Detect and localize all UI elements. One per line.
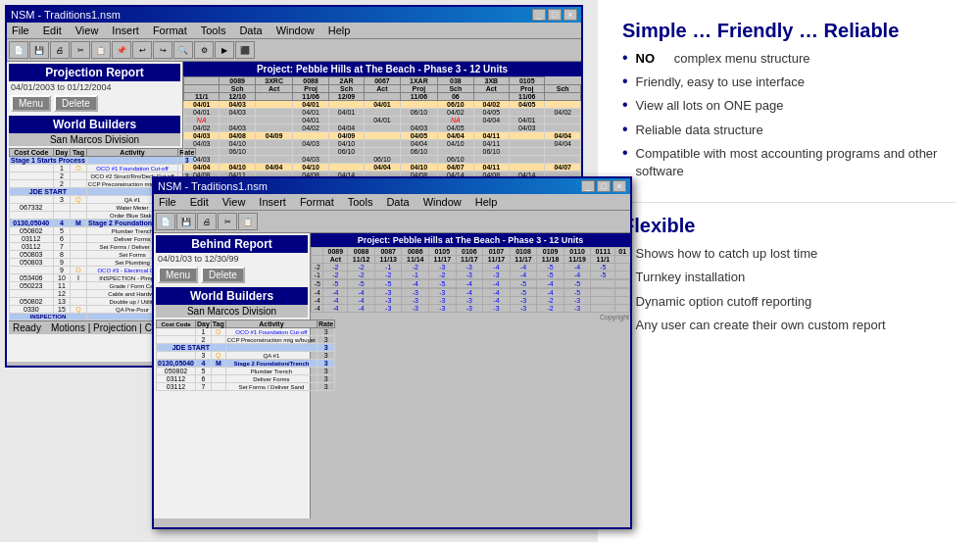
copyright-text: Copyright bbox=[311, 313, 630, 321]
menu-tools[interactable]: Tools bbox=[198, 24, 229, 37]
second-delete-button[interactable]: Delete bbox=[201, 267, 245, 283]
second-maximize-button[interactable]: □ bbox=[597, 180, 611, 192]
bullet-5: Compatible with most accounting programs… bbox=[622, 145, 956, 180]
san-marcos-division: San Marcos Division bbox=[9, 133, 180, 146]
status-tabs: Motions | Projection | Ch bbox=[51, 322, 158, 333]
info-panel: Simple … Friendly … Reliable NO complex … bbox=[598, 0, 980, 542]
bullet-2-text: Friendly, easy to use interface bbox=[636, 74, 805, 91]
second-left-table: Cost CodeDayTagActivityRate 1OOCO #1 Fou… bbox=[156, 320, 335, 391]
menu-button[interactable]: Menu bbox=[11, 95, 51, 112]
menu-bar: File Edit View Insert Format Tools Data … bbox=[7, 23, 581, 39]
second-project-title: Project: Pebble Hills at The Beach - Pha… bbox=[311, 233, 630, 247]
second-toolbar-btn-2[interactable]: 💾 bbox=[176, 213, 196, 230]
second-menu-window[interactable]: Window bbox=[420, 195, 465, 209]
second-menu-bar: File Edit View Insert Format Tools Data … bbox=[154, 194, 630, 211]
second-minimize-button[interactable]: _ bbox=[581, 180, 595, 192]
close-button[interactable]: × bbox=[564, 9, 577, 21]
flex-bullet-4-text: Any user can create their own custom rep… bbox=[636, 317, 886, 334]
second-data-table: 0089008800870086010501060107010801090110… bbox=[311, 247, 630, 313]
flex-bullet-2: Turnkey installation bbox=[622, 269, 956, 286]
second-toolbar-btn-4[interactable]: ✂ bbox=[218, 213, 237, 230]
second-window-title: NSM - Traditions1.nsm bbox=[158, 180, 268, 192]
second-left-panel: Behind Report 04/01/03 to 12/30/99 Menu … bbox=[154, 233, 311, 518]
section1-title: Simple … Friendly … Reliable bbox=[622, 20, 956, 42]
second-menu-help[interactable]: Help bbox=[472, 195, 501, 209]
second-menu-button[interactable]: Menu bbox=[158, 267, 198, 283]
delete-button[interactable]: Delete bbox=[54, 95, 98, 112]
minimize-button[interactable]: _ bbox=[532, 9, 546, 21]
bullet-3: View all lots on ONE page bbox=[622, 97, 956, 115]
toolbar-btn-2[interactable]: 💾 bbox=[29, 41, 49, 59]
second-menu-edit[interactable]: Edit bbox=[187, 195, 212, 209]
bullet-1-text: complex menu structure bbox=[674, 50, 810, 68]
menu-file[interactable]: File bbox=[9, 24, 32, 37]
toolbar-btn-9[interactable]: 🔍 bbox=[173, 41, 193, 59]
toolbar-btn-11[interactable]: ▶ bbox=[215, 41, 234, 59]
second-toolbar: 📄 💾 🖨 ✂ 📋 bbox=[154, 211, 630, 233]
menu-edit[interactable]: Edit bbox=[40, 24, 65, 37]
menu-view[interactable]: View bbox=[73, 24, 102, 37]
toolbar-btn-4[interactable]: ✂ bbox=[71, 41, 90, 59]
second-toolbar-btn-5[interactable]: 📋 bbox=[238, 213, 258, 230]
second-menu-tools[interactable]: Tools bbox=[345, 195, 376, 209]
section2-bullets: Shows how to catch up lost time Turnkey … bbox=[622, 245, 956, 334]
toolbar-btn-5[interactable]: 📋 bbox=[91, 41, 111, 59]
panel-buttons: Menu Delete bbox=[9, 93, 180, 114]
toolbar-btn-3[interactable]: 🖨 bbox=[50, 41, 70, 59]
menu-help[interactable]: Help bbox=[325, 24, 354, 37]
bullet-3-text: View all lots on ONE page bbox=[636, 97, 784, 115]
main-toolbar: 📄 💾 🖨 ✂ 📋 📌 ↩ ↪ 🔍 ⚙ ▶ ⬛ bbox=[7, 39, 581, 62]
second-close-button[interactable]: × bbox=[612, 180, 626, 192]
bullet-4: Reliable data structure bbox=[622, 122, 956, 139]
menu-format[interactable]: Format bbox=[150, 24, 190, 37]
world-builders-header: World Builders bbox=[9, 116, 180, 133]
second-menu-view[interactable]: View bbox=[220, 195, 249, 209]
flex-bullet-1: Shows how to catch up lost time bbox=[622, 245, 956, 263]
second-window-controls: _ □ × bbox=[581, 180, 626, 192]
toolbar-btn-1[interactable]: 📄 bbox=[9, 41, 28, 59]
section2-title: Flexible bbox=[622, 215, 956, 237]
second-san-marcos-division: San Marcos Division bbox=[156, 305, 308, 318]
bullet-4-text: Reliable data structure bbox=[636, 122, 763, 139]
toolbar-btn-12[interactable]: ⬛ bbox=[235, 41, 255, 59]
toolbar-btn-10[interactable]: ⚙ bbox=[194, 41, 214, 59]
second-menu-insert[interactable]: Insert bbox=[256, 195, 289, 209]
flex-bullet-4: Any user can create their own custom rep… bbox=[622, 317, 956, 334]
second-toolbar-btn-3[interactable]: 🖨 bbox=[197, 213, 217, 230]
menu-insert[interactable]: Insert bbox=[109, 24, 142, 37]
status-ready: Ready bbox=[13, 322, 41, 333]
flex-bullet-1-text: Shows how to catch up lost time bbox=[636, 245, 818, 263]
bullet-5-text: Compatible with most accounting programs… bbox=[636, 145, 956, 180]
bullet-1-bold: NO bbox=[636, 50, 656, 68]
toolbar-btn-6[interactable]: 📌 bbox=[112, 41, 131, 59]
second-menu-data[interactable]: Data bbox=[383, 195, 412, 209]
second-world-builders-header: World Builders bbox=[156, 287, 308, 305]
window-controls: _ □ × bbox=[532, 9, 577, 21]
maximize-button[interactable]: □ bbox=[548, 9, 562, 21]
menu-window[interactable]: Window bbox=[273, 24, 318, 37]
main-window-titlebar: NSM - Traditions1.nsm _ □ × bbox=[7, 7, 581, 23]
projection-report-header: Projection Report bbox=[9, 64, 180, 81]
section2: Flexible Shows how to catch up lost time… bbox=[622, 202, 956, 340]
bullet-2: Friendly, easy to use interface bbox=[622, 74, 956, 91]
second-window-titlebar: NSM - Traditions1.nsm _ □ × bbox=[154, 178, 630, 194]
behind-report-header: Behind Report bbox=[156, 235, 308, 253]
project-title: Project: Pebble Hills at The Beach - Pha… bbox=[183, 62, 581, 76]
second-content-area: Behind Report 04/01/03 to 12/30/99 Menu … bbox=[154, 233, 630, 518]
second-toolbar-btn-1[interactable]: 📄 bbox=[156, 213, 175, 230]
date-range: 04/01/2003 to 01/12/2004 bbox=[9, 81, 180, 93]
toolbar-btn-8[interactable]: ↪ bbox=[153, 41, 172, 59]
flex-bullet-3: Dynamic option cutoff reporting bbox=[622, 293, 956, 311]
section1-bullets: NO complex menu structure Friendly, easy… bbox=[622, 50, 956, 180]
flex-bullet-2-text: Turnkey installation bbox=[636, 269, 746, 286]
second-menu-format[interactable]: Format bbox=[297, 195, 337, 209]
toolbar-btn-7[interactable]: ↩ bbox=[132, 41, 152, 59]
second-menu-file[interactable]: File bbox=[156, 195, 179, 209]
menu-data[interactable]: Data bbox=[236, 24, 265, 37]
second-project-area: Project: Pebble Hills at The Beach - Pha… bbox=[311, 233, 630, 518]
screenshots-area: NSM - Traditions1.nsm _ □ × File Edit Vi… bbox=[0, 0, 598, 542]
second-window: NSM - Traditions1.nsm _ □ × File Edit Vi… bbox=[152, 176, 632, 529]
bullet-1: NO complex menu structure bbox=[622, 50, 956, 68]
second-date-range: 04/01/03 to 12/30/99 bbox=[156, 253, 308, 265]
flex-bullet-3-text: Dynamic option cutoff reporting bbox=[636, 293, 812, 311]
